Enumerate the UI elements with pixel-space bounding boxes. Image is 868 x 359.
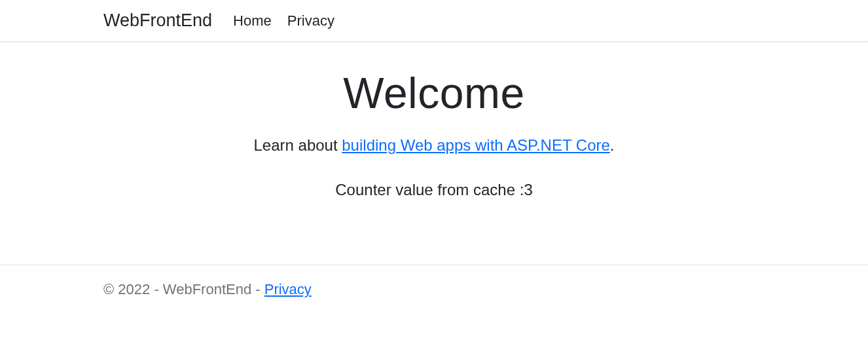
navbar: WebFrontEnd Home Privacy <box>0 0 868 42</box>
nav-link-home[interactable]: Home <box>233 12 272 29</box>
learn-prefix: Learn about <box>253 136 342 154</box>
copyright-text: © 2022 - WebFrontEnd - <box>103 281 264 297</box>
footer: © 2022 - WebFrontEnd - Privacy <box>0 265 868 314</box>
brand-link[interactable]: WebFrontEnd <box>103 10 212 31</box>
footer-text: © 2022 - WebFrontEnd - Privacy <box>103 281 765 298</box>
main-content: Welcome Learn about building Web apps wi… <box>0 42 868 238</box>
page-title: Welcome <box>13 68 855 118</box>
learn-paragraph: Learn about building Web apps with ASP.N… <box>13 136 855 155</box>
counter-label: Counter value from cache : <box>335 181 524 198</box>
learn-suffix: . <box>610 136 615 154</box>
footer-privacy-link[interactable]: Privacy <box>264 281 312 297</box>
nav-links: Home Privacy <box>233 12 335 29</box>
counter-paragraph: Counter value from cache :3 <box>13 181 855 199</box>
nav-link-privacy[interactable]: Privacy <box>287 12 335 29</box>
learn-link[interactable]: building Web apps with ASP.NET Core <box>342 136 610 154</box>
counter-value: 3 <box>524 181 532 198</box>
